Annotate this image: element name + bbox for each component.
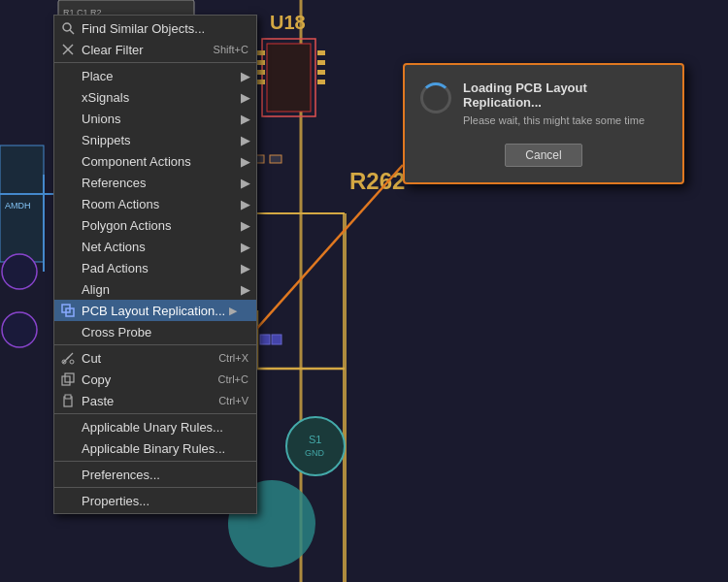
- svg-point-27: [2, 254, 37, 289]
- separator-3: [54, 413, 256, 414]
- component-actions-arrow: ▶: [241, 154, 250, 169]
- menu-item-cross-probe[interactable]: Cross Probe: [54, 321, 256, 342]
- menu-item-align[interactable]: Align ▶: [54, 278, 256, 300]
- svg-rect-10: [317, 60, 325, 65]
- references-arrow: ▶: [241, 176, 250, 190]
- svg-text:AMDH: AMDH: [5, 201, 31, 210]
- svg-rect-12: [317, 80, 325, 84]
- align-label: Align: [82, 282, 110, 297]
- menu-item-find-similar[interactable]: Find Similar Objects...: [54, 17, 256, 39]
- applicable-binary-label: Applicable Binary Rules...: [82, 441, 225, 456]
- menu-item-preferences[interactable]: Preferences...: [54, 464, 256, 485]
- paste-shortcut: Ctrl+V: [218, 395, 248, 406]
- cut-shortcut: Ctrl+X: [218, 352, 248, 364]
- menu-item-copy[interactable]: Copy Ctrl+C: [54, 369, 256, 390]
- svg-point-35: [63, 23, 71, 31]
- room-actions-label: Room Actions: [82, 197, 159, 211]
- separator-2: [54, 344, 256, 345]
- xsignals-arrow: ▶: [241, 90, 250, 105]
- svg-rect-5: [257, 50, 265, 55]
- svg-rect-22: [270, 155, 281, 163]
- svg-text:U18: U18: [270, 12, 306, 33]
- clear-filter-icon: [60, 42, 76, 57]
- menu-item-place[interactable]: Place ▶: [54, 65, 256, 86]
- find-similar-label: Find Similar Objects...: [82, 21, 205, 36]
- svg-point-28: [2, 312, 37, 347]
- svg-point-44: [70, 360, 74, 364]
- svg-rect-34: [272, 335, 281, 344]
- pad-actions-arrow: ▶: [241, 261, 250, 275]
- separator-4: [54, 461, 256, 462]
- snippets-arrow: ▶: [241, 133, 250, 147]
- menu-item-applicable-unary[interactable]: Applicable Unary Rules...: [54, 416, 256, 437]
- svg-rect-33: [260, 335, 270, 344]
- separator-5: [54, 487, 256, 488]
- svg-point-23: [286, 417, 345, 475]
- find-similar-icon: [60, 20, 76, 36]
- properties-label: Properties...: [82, 494, 149, 508]
- dialog-text-area: Loading PCB Layout Replication... Please…: [463, 81, 667, 128]
- dialog-header: Loading PCB Layout Replication... Please…: [420, 81, 667, 128]
- snippets-label: Snippets: [82, 133, 131, 147]
- preferences-label: Preferences...: [82, 468, 160, 482]
- copy-icon: [60, 372, 76, 387]
- svg-text:S1: S1: [309, 434, 321, 445]
- loading-dialog: Loading PCB Layout Replication... Please…: [403, 63, 684, 184]
- separator-1: [54, 62, 256, 63]
- svg-rect-48: [65, 395, 71, 399]
- menu-item-snippets[interactable]: Snippets ▶: [54, 129, 256, 150]
- svg-line-36: [70, 30, 74, 34]
- menu-item-applicable-binary[interactable]: Applicable Binary Rules...: [54, 437, 256, 459]
- applicable-unary-label: Applicable Unary Rules...: [82, 420, 223, 435]
- dialog-subtitle: Please wait, this might take some time: [463, 113, 667, 128]
- copy-shortcut: Ctrl+C: [218, 373, 248, 385]
- menu-item-references[interactable]: References ▶: [54, 172, 256, 193]
- copy-label: Copy: [82, 372, 111, 387]
- place-arrow: ▶: [241, 69, 250, 83]
- unions-arrow: ▶: [241, 112, 250, 126]
- align-arrow: ▶: [241, 282, 250, 297]
- component-actions-label: Component Actions: [82, 154, 191, 169]
- menu-item-polygon-actions[interactable]: Polygon Actions ▶: [54, 214, 256, 236]
- pad-actions-label: Pad Actions: [82, 261, 149, 275]
- dialog-title: Loading PCB Layout Replication...: [463, 81, 667, 110]
- menu-item-paste[interactable]: Paste Ctrl+V: [54, 390, 256, 411]
- cursor-indicator: ▶: [229, 305, 237, 317]
- menu-item-properties[interactable]: Properties...: [54, 490, 256, 511]
- references-label: References: [82, 176, 146, 190]
- menu-item-cut[interactable]: Cut Ctrl+X: [54, 347, 256, 369]
- cut-icon: [60, 350, 76, 366]
- menu-item-net-actions[interactable]: Net Actions ▶: [54, 236, 256, 257]
- svg-line-42: [67, 353, 73, 359]
- menu-item-unions[interactable]: Unions ▶: [54, 108, 256, 129]
- svg-rect-7: [257, 70, 265, 75]
- paste-icon: [60, 393, 76, 408]
- svg-rect-4: [267, 44, 311, 112]
- menu-item-component-actions[interactable]: Component Actions ▶: [54, 150, 256, 172]
- menu-item-room-actions[interactable]: Room Actions ▶: [54, 193, 256, 214]
- svg-rect-45: [62, 376, 70, 385]
- unions-label: Unions: [82, 112, 120, 126]
- net-actions-label: Net Actions: [82, 240, 146, 254]
- svg-rect-6: [257, 60, 265, 65]
- room-actions-arrow: ▶: [241, 197, 250, 211]
- pcb-replication-label: PCB Layout Replication...: [82, 304, 225, 318]
- place-label: Place: [82, 69, 114, 83]
- context-menu: Find Similar Objects... Clear Filter Shi…: [53, 15, 257, 514]
- svg-rect-8: [257, 80, 265, 84]
- pcb-replication-icon: [60, 303, 76, 318]
- svg-text:GND: GND: [305, 448, 325, 458]
- menu-item-clear-filter[interactable]: Clear Filter Shift+C: [54, 39, 256, 60]
- xsignals-label: xSignals: [82, 90, 129, 105]
- clear-filter-shortcut: Shift+C: [214, 44, 248, 55]
- svg-rect-9: [317, 50, 325, 55]
- polygon-actions-label: Polygon Actions: [82, 218, 172, 233]
- cancel-button[interactable]: Cancel: [505, 144, 581, 167]
- menu-item-pad-actions[interactable]: Pad Actions ▶: [54, 257, 256, 278]
- polygon-actions-arrow: ▶: [241, 218, 250, 233]
- menu-item-pcb-replication[interactable]: PCB Layout Replication... ▶: [54, 300, 256, 321]
- svg-rect-11: [317, 70, 325, 75]
- menu-item-xsignals[interactable]: xSignals ▶: [54, 86, 256, 108]
- cross-probe-label: Cross Probe: [82, 325, 151, 340]
- net-actions-arrow: ▶: [241, 240, 250, 254]
